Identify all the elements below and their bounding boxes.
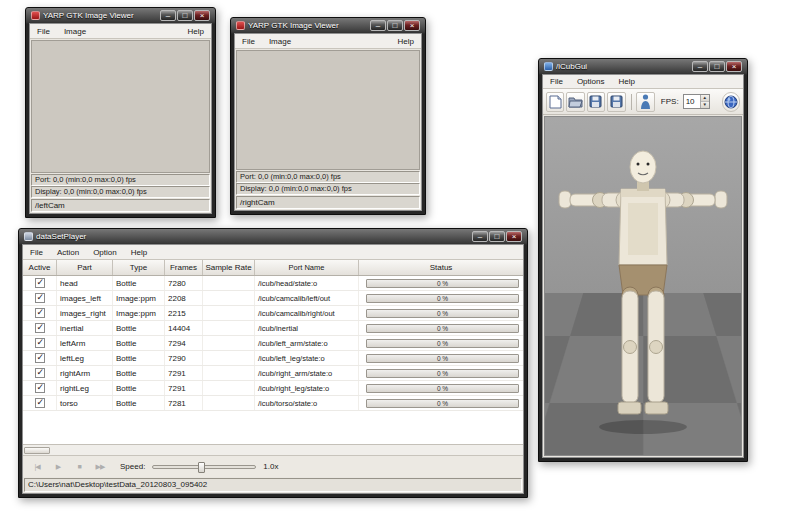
- scrollbar-thumb[interactable]: [24, 447, 50, 454]
- cell-frames: 14404: [165, 321, 203, 335]
- col-header-type[interactable]: Type: [113, 260, 165, 275]
- save-button[interactable]: [587, 92, 605, 112]
- globe-icon: [724, 95, 738, 109]
- port-name-label: /leftCam: [31, 199, 210, 212]
- minimize-button[interactable]: –: [160, 10, 176, 21]
- menu-image[interactable]: Image: [57, 25, 93, 38]
- table-row[interactable]: head Bottle 7280 /icub/head/state:o 0 %: [23, 276, 523, 291]
- menu-options[interactable]: Options: [570, 75, 612, 88]
- col-header-active[interactable]: Active: [23, 260, 57, 275]
- active-checkbox[interactable]: [35, 323, 45, 333]
- close-button[interactable]: ×: [506, 231, 522, 242]
- titlebar[interactable]: YARP GTK Image Viewer – □ ×: [234, 18, 422, 33]
- cell-part: torso: [57, 396, 113, 410]
- transport-bar: |◀ ▶ ■ ▶▶ Speed: 1.0x: [23, 455, 523, 477]
- status-progress: 0 %: [366, 279, 519, 288]
- minimize-button[interactable]: –: [692, 61, 708, 72]
- fps-input[interactable]: [684, 95, 700, 108]
- window-title: YARP GTK Image Viewer: [43, 11, 157, 20]
- col-header-status[interactable]: Status: [359, 260, 523, 275]
- table-row[interactable]: rightArm Bottle 7291 /icub/right_arm/sta…: [23, 366, 523, 381]
- speed-label: Speed:: [120, 462, 145, 471]
- table-row[interactable]: torso Bottle 7281 /icub/torso/state:o 0 …: [23, 396, 523, 411]
- stop-button[interactable]: ■: [70, 459, 88, 474]
- col-header-frames[interactable]: Frames: [165, 260, 203, 275]
- menu-action[interactable]: Action: [50, 246, 86, 259]
- titlebar[interactable]: YARP GTK Image Viewer – □ ×: [29, 8, 212, 23]
- new-button[interactable]: [546, 92, 564, 112]
- col-header-sample-rate[interactable]: Sample Rate: [203, 260, 255, 275]
- cell-sample-rate: [203, 321, 255, 335]
- icub-robot: [558, 145, 728, 445]
- menu-help[interactable]: Help: [391, 35, 421, 48]
- table-row[interactable]: images_left Image:ppm 2208 /icub/camcali…: [23, 291, 523, 306]
- table-row[interactable]: rightLeg Bottle 7291 /icub/right_leg/sta…: [23, 381, 523, 396]
- maximize-button[interactable]: □: [709, 61, 725, 72]
- close-button[interactable]: ×: [726, 61, 742, 72]
- active-checkbox[interactable]: [35, 368, 45, 378]
- minimize-button[interactable]: –: [370, 20, 386, 31]
- 3d-viewport[interactable]: [544, 116, 742, 456]
- close-button[interactable]: ×: [404, 20, 420, 31]
- icubgui-window-icon: [544, 62, 553, 71]
- cell-part: inertial: [57, 321, 113, 335]
- active-checkbox[interactable]: [35, 353, 45, 363]
- save-as-button[interactable]: [607, 92, 625, 112]
- skip-back-button[interactable]: |◀: [28, 459, 46, 474]
- play-button[interactable]: ▶: [49, 459, 67, 474]
- menu-file[interactable]: File: [23, 246, 50, 259]
- cell-type: Bottle: [113, 321, 165, 335]
- fps-spinner[interactable]: ▲ ▼: [683, 94, 710, 109]
- menu-file[interactable]: File: [30, 25, 57, 38]
- col-header-part[interactable]: Part: [57, 260, 113, 275]
- status-progress: 0 %: [366, 384, 519, 393]
- maximize-button[interactable]: □: [387, 20, 403, 31]
- cell-frames: 2208: [165, 291, 203, 305]
- display-fps-status: Display: 0,0 (min:0,0 max:0,0) fps: [236, 183, 420, 195]
- fps-down-button[interactable]: ▼: [701, 102, 709, 108]
- active-checkbox[interactable]: [35, 338, 45, 348]
- cell-part: rightArm: [57, 366, 113, 380]
- speed-slider-handle[interactable]: [198, 462, 205, 473]
- active-checkbox[interactable]: [35, 383, 45, 393]
- menubar: File Image Help: [235, 34, 421, 49]
- maximize-button[interactable]: □: [177, 10, 193, 21]
- menu-help[interactable]: Help: [611, 75, 641, 88]
- titlebar[interactable]: /iCubGui – □ ×: [542, 59, 744, 74]
- maximize-button[interactable]: □: [489, 231, 505, 242]
- active-checkbox[interactable]: [35, 308, 45, 318]
- display-fps-status: Display: 0,0 (min:0,0 max:0,0) fps: [31, 186, 210, 198]
- active-checkbox[interactable]: [35, 293, 45, 303]
- active-checkbox[interactable]: [35, 278, 45, 288]
- active-checkbox[interactable]: [35, 398, 45, 408]
- speed-slider[interactable]: [152, 465, 256, 469]
- menu-file[interactable]: File: [543, 75, 570, 88]
- minimize-button[interactable]: –: [472, 231, 488, 242]
- cell-type: Bottle: [113, 366, 165, 380]
- window-title: dataSetPlayer: [36, 232, 469, 241]
- horizontal-scrollbar[interactable]: [23, 444, 523, 455]
- world-button[interactable]: [722, 92, 740, 112]
- close-button[interactable]: ×: [194, 10, 210, 21]
- open-button[interactable]: [566, 92, 584, 112]
- menu-help[interactable]: Help: [181, 25, 211, 38]
- menu-option[interactable]: Option: [86, 246, 124, 259]
- table-row[interactable]: leftLeg Bottle 7290 /icub/left_leg/state…: [23, 351, 523, 366]
- yarp-window-icon: [31, 11, 40, 20]
- cell-frames: 7281: [165, 396, 203, 410]
- menu-file[interactable]: File: [235, 35, 262, 48]
- fps-up-button[interactable]: ▲: [701, 95, 709, 102]
- table-row[interactable]: leftArm Bottle 7294 /icub/left_arm/state…: [23, 336, 523, 351]
- menu-image[interactable]: Image: [262, 35, 298, 48]
- robot-view-button[interactable]: [636, 92, 654, 112]
- menubar: File Image Help: [30, 24, 211, 39]
- menu-help[interactable]: Help: [124, 246, 154, 259]
- titlebar[interactable]: dataSetPlayer – □ ×: [22, 229, 524, 244]
- cell-port-name: /icub/camcalib/right/out: [255, 306, 359, 320]
- cell-port-name: /icub/right_arm/state:o: [255, 366, 359, 380]
- forward-button[interactable]: ▶▶: [91, 459, 109, 474]
- table-row[interactable]: inertial Bottle 14404 /icub/inertial 0 %: [23, 321, 523, 336]
- table-row[interactable]: images_right Image:ppm 2215 /icub/camcal…: [23, 306, 523, 321]
- cell-type: Image:ppm: [113, 306, 165, 320]
- col-header-port-name[interactable]: Port Name: [255, 260, 359, 275]
